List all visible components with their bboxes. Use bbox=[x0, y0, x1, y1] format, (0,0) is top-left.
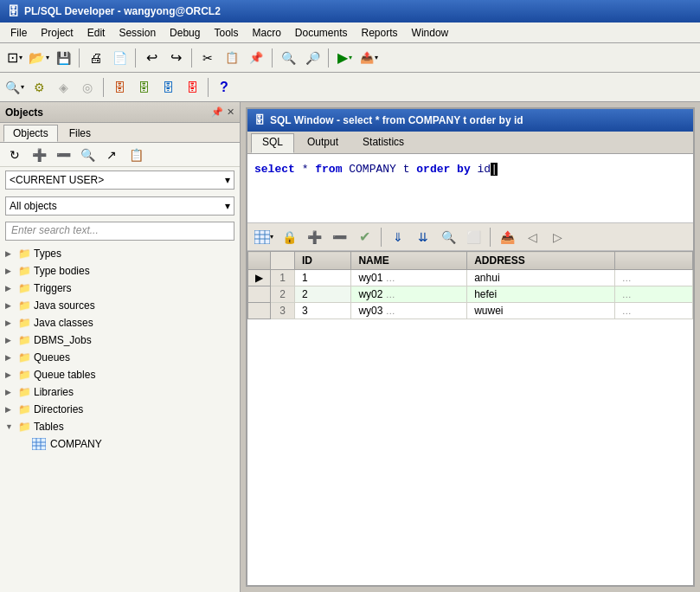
lock-button[interactable]: 🔒 bbox=[278, 226, 300, 248]
save-button[interactable]: 💾 bbox=[52, 47, 74, 69]
cell-id-2[interactable]: 2 bbox=[295, 286, 351, 303]
menu-item-documents[interactable]: Documents bbox=[288, 25, 355, 41]
confirm-button[interactable]: ✔ bbox=[353, 226, 376, 248]
result-table-wrap[interactable]: ID NAME ADDRESS bbox=[247, 251, 693, 585]
sql-editor[interactable]: select * from COMPANY t order by id| bbox=[247, 154, 693, 223]
copy-obj-button[interactable]: 📋 bbox=[125, 144, 147, 166]
cell-id-3[interactable]: 3 bbox=[295, 303, 351, 319]
row-arrow-cell-2 bbox=[248, 286, 271, 303]
download-more-button[interactable]: ⇊ bbox=[412, 226, 434, 248]
table-row[interactable]: 3 3 wy03 … wuwei bbox=[248, 303, 693, 319]
db3-button[interactable]: 🗄 bbox=[157, 76, 179, 99]
col-id[interactable]: ID bbox=[295, 252, 351, 270]
find-next-button[interactable]: 🔎 bbox=[301, 47, 324, 69]
company-label: COMPANY bbox=[50, 438, 102, 450]
db2-button[interactable]: 🗄 bbox=[132, 76, 155, 99]
cell-address-3[interactable]: wuwei bbox=[467, 303, 615, 319]
sql-text: * bbox=[302, 163, 316, 176]
col-address[interactable]: ADDRESS bbox=[467, 252, 615, 270]
tree-item-tables[interactable]: ▼ 📁 Tables bbox=[0, 418, 240, 435]
search-button[interactable]: 🔍 ▾ bbox=[3, 76, 26, 99]
pin-button[interactable]: 📌 bbox=[211, 106, 223, 118]
print-button[interactable]: 🖨 bbox=[84, 47, 106, 69]
new-button[interactable]: ⊡ ▾ bbox=[3, 47, 26, 69]
menu-item-tools[interactable]: Tools bbox=[207, 25, 245, 41]
expand-icon: ▶ bbox=[5, 388, 16, 396]
table-row[interactable]: ▶ 1 1 wy01 … bbox=[248, 270, 693, 286]
menu-item-reports[interactable]: Reports bbox=[355, 25, 405, 41]
table-row[interactable]: 2 2 wy02 … hefei bbox=[248, 286, 693, 303]
all-objects-dropdown[interactable]: All objects ▾ bbox=[5, 196, 234, 216]
tree-item-company[interactable]: COMPANY bbox=[0, 435, 240, 453]
folder-icon: 📁 bbox=[18, 248, 31, 260]
remove-row-button[interactable]: ➖ bbox=[328, 226, 350, 248]
tree-item-triggers[interactable]: ▶ 📁 Triggers bbox=[0, 280, 240, 297]
menu-item-project[interactable]: Project bbox=[34, 25, 80, 41]
menu-item-session[interactable]: Session bbox=[112, 25, 163, 41]
download-all-button[interactable]: ⇓ bbox=[387, 226, 409, 248]
menu-item-macro[interactable]: Macro bbox=[245, 25, 287, 41]
col-name[interactable]: NAME bbox=[351, 252, 467, 270]
tree-item-queue-tables[interactable]: ▶ 📁 Queue tables bbox=[0, 366, 240, 383]
find-button[interactable]: 🔍 bbox=[277, 47, 299, 69]
menu-item-window[interactable]: Window bbox=[405, 25, 456, 41]
tab-sql[interactable]: SQL bbox=[251, 133, 294, 153]
cell-address-1[interactable]: anhui bbox=[467, 270, 615, 286]
db4-button[interactable]: 🗄 bbox=[181, 76, 203, 99]
help-button[interactable]: ? bbox=[213, 76, 235, 99]
tree-item-java-sources[interactable]: ▶ 📁 Java sources bbox=[0, 297, 240, 314]
search-box[interactable]: Enter search text... bbox=[5, 222, 234, 241]
menu-item-file[interactable]: File bbox=[3, 25, 34, 41]
tree-item-directories[interactable]: ▶ 📁 Directories bbox=[0, 401, 240, 418]
export-button[interactable]: 📤 ▾ bbox=[357, 47, 380, 69]
remove-obj-button[interactable]: ➖ bbox=[52, 144, 74, 166]
paste-icon: 📌 bbox=[249, 51, 263, 64]
cell-name-1[interactable]: wy01 … bbox=[351, 270, 467, 286]
tree-item-java-classes[interactable]: ▶ 📁 Java classes bbox=[0, 314, 240, 331]
add-obj-button[interactable]: ➕ bbox=[28, 144, 50, 166]
undo-button[interactable]: ↩ bbox=[140, 47, 163, 69]
cell-id-1[interactable]: 1 bbox=[295, 270, 351, 286]
open-obj-button[interactable]: ↗ bbox=[100, 144, 123, 166]
add-icon: ➕ bbox=[32, 148, 47, 162]
search-result-button[interactable]: 🔍 bbox=[437, 226, 459, 248]
tree-item-type-bodies[interactable]: ▶ 📁 Type bodies bbox=[0, 262, 240, 280]
prev-button[interactable]: ◁ bbox=[521, 226, 543, 248]
cell-name-2[interactable]: wy02 … bbox=[351, 286, 467, 303]
menu-item-debug[interactable]: Debug bbox=[163, 25, 207, 41]
run-button[interactable]: ▶ ▾ bbox=[333, 47, 356, 69]
grid-toggle-button[interactable]: ▾ bbox=[253, 226, 275, 248]
tab-objects[interactable]: Objects bbox=[3, 125, 58, 142]
current-user-dropdown[interactable]: <CURRENT USER> ▾ bbox=[5, 171, 234, 190]
cell-address-2[interactable]: hefei bbox=[467, 286, 615, 303]
print2-button[interactable]: 📄 bbox=[108, 47, 131, 69]
tree-item-queues[interactable]: ▶ 📁 Queues bbox=[0, 349, 240, 366]
clear-button[interactable]: ⬜ bbox=[462, 226, 485, 248]
tab-files[interactable]: Files bbox=[60, 125, 100, 142]
cut-button[interactable]: ✂ bbox=[196, 47, 219, 69]
open-button[interactable]: 📂 ▾ bbox=[28, 47, 50, 69]
tab-output[interactable]: Output bbox=[296, 133, 350, 153]
next-icon: ▷ bbox=[553, 230, 562, 244]
tree-item-types[interactable]: ▶ 📁 Types bbox=[0, 245, 240, 262]
tree-item-dbms-jobs[interactable]: ▶ 📁 DBMS_Jobs bbox=[0, 331, 240, 349]
separator-7 bbox=[208, 78, 209, 97]
expand-icon: ▶ bbox=[5, 301, 16, 310]
cell-name-3[interactable]: wy03 … bbox=[351, 303, 467, 319]
find-obj-button[interactable]: 🔍 bbox=[76, 144, 99, 166]
svg-rect-0 bbox=[32, 438, 46, 450]
folder-icon: 📁 bbox=[18, 369, 31, 381]
export-result-button[interactable]: 📤 bbox=[496, 226, 518, 248]
add-row-button[interactable]: ➕ bbox=[303, 226, 325, 248]
redo-button[interactable]: ↪ bbox=[164, 47, 187, 69]
tab-statistics[interactable]: Statistics bbox=[351, 133, 415, 153]
next-button[interactable]: ▷ bbox=[546, 226, 568, 248]
copy-button[interactable]: 📋 bbox=[221, 47, 243, 69]
refresh-obj-button[interactable]: ↻ bbox=[3, 144, 26, 166]
menu-item-edit[interactable]: Edit bbox=[80, 25, 112, 41]
db1-button[interactable]: 🗄 bbox=[108, 76, 131, 99]
paste-button[interactable]: 📌 bbox=[245, 47, 267, 69]
close-panel-button[interactable]: ✕ bbox=[227, 106, 234, 118]
tree-item-libraries[interactable]: ▶ 📁 Libraries bbox=[0, 383, 240, 401]
config-button[interactable]: ⚙ bbox=[28, 76, 50, 99]
